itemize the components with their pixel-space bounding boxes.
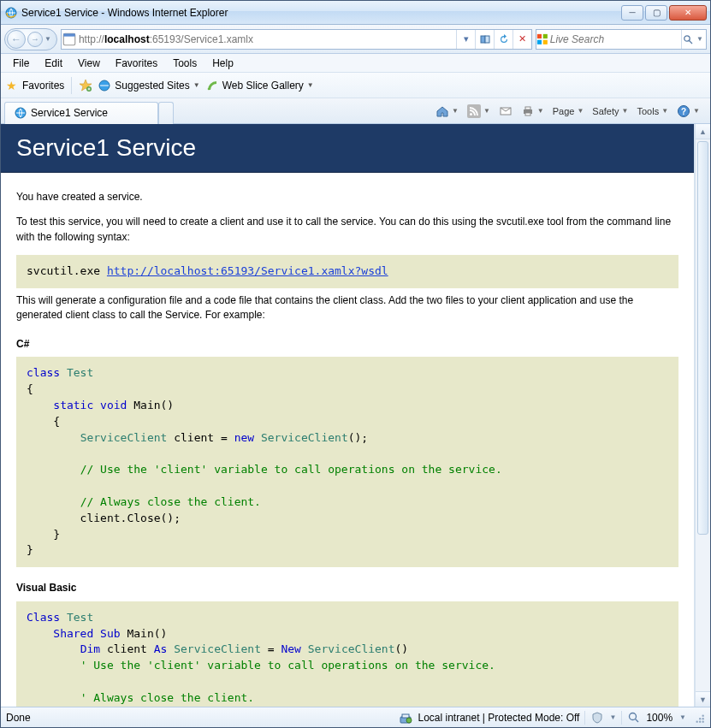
svg-rect-21 xyxy=(525,113,530,115)
svcutil-command-box: svcutil.exe http://localhost:65193/Servi… xyxy=(16,255,678,288)
maximize-button[interactable]: ▢ xyxy=(645,5,667,21)
vb-label: Visual Basic xyxy=(16,581,678,595)
svg-point-30 xyxy=(699,720,701,722)
zone-icon xyxy=(399,711,412,725)
svg-point-17 xyxy=(470,113,472,115)
svg-point-34 xyxy=(702,714,704,716)
svg-rect-25 xyxy=(402,714,409,718)
search-input[interactable] xyxy=(548,31,681,48)
menu-favorites[interactable]: Favorites xyxy=(109,56,164,71)
recent-pages-dropdown[interactable]: ▼ xyxy=(44,35,51,43)
titlebar: Service1 Service - Windows Internet Expl… xyxy=(1,1,710,25)
address-bar[interactable]: http://localhost:65193/Service1.xamlx ▾ … xyxy=(61,29,532,50)
page-title: Service1 Service xyxy=(1,124,694,173)
feeds-button[interactable]: ▼ xyxy=(464,103,494,120)
compat-view-button[interactable] xyxy=(475,30,494,49)
vb-code: Class Test Shared Sub Main() Dim client … xyxy=(16,601,678,707)
add-fav-icon[interactable] xyxy=(79,79,92,92)
svg-point-27 xyxy=(630,713,637,719)
wsdl-link[interactable]: http://localhost:65193/Service1.xamlx?ws… xyxy=(107,264,388,277)
protected-mode-icon[interactable] xyxy=(590,711,604,725)
new-tab-button[interactable] xyxy=(158,102,174,124)
csharp-label: C# xyxy=(16,337,678,352)
svg-rect-3 xyxy=(481,36,485,43)
vertical-scrollbar[interactable]: ▲ ▼ xyxy=(695,124,710,707)
search-box[interactable]: ▼ xyxy=(536,29,707,50)
tab-title: Service1 Service xyxy=(31,107,108,119)
status-text: Done xyxy=(6,712,31,724)
svg-rect-2 xyxy=(63,33,75,36)
protected-mode-dropdown[interactable]: ▼ xyxy=(609,713,616,721)
svg-point-33 xyxy=(699,718,701,719)
status-bar: Done Local intranet | Protected Mode: Of… xyxy=(1,707,710,727)
home-button[interactable]: ▼ xyxy=(432,103,462,120)
refresh-button[interactable] xyxy=(494,30,513,49)
menu-file[interactable]: File xyxy=(6,56,36,71)
ie-icon xyxy=(98,79,111,92)
intro-text-1: You have created a service. xyxy=(16,190,678,204)
scroll-track[interactable] xyxy=(696,536,710,691)
svg-text:?: ? xyxy=(681,107,686,116)
ie-icon xyxy=(14,106,27,120)
scroll-up-arrow[interactable]: ▲ xyxy=(696,124,710,139)
home-icon xyxy=(435,104,449,118)
security-zone-text: Local intranet | Protected Mode: Off xyxy=(418,712,579,724)
page-content[interactable]: Service1 Service You have created a serv… xyxy=(1,124,695,707)
favorites-star-icon: ★ xyxy=(6,79,17,92)
minimize-button[interactable]: ─ xyxy=(621,5,643,21)
scroll-thumb[interactable] xyxy=(697,141,708,535)
print-button[interactable]: ▼ xyxy=(518,103,548,120)
help-button[interactable]: ?▼ xyxy=(673,103,703,120)
readmail-button[interactable] xyxy=(495,103,516,120)
ie-icon xyxy=(4,6,18,20)
resize-grip-icon[interactable] xyxy=(693,711,705,725)
svg-rect-7 xyxy=(537,39,542,44)
url-prefix: http:// xyxy=(77,33,104,45)
menu-view[interactable]: View xyxy=(71,56,107,71)
favorites-bar: ★ Favorites Suggested Sites ▼ Web Slice … xyxy=(1,73,710,98)
stop-button[interactable]: ✕ xyxy=(513,30,531,49)
webslice-icon xyxy=(205,79,219,92)
scroll-down-arrow[interactable]: ▼ xyxy=(696,691,710,707)
search-dropdown[interactable]: ▼ xyxy=(694,35,706,43)
menu-help[interactable]: Help xyxy=(205,56,240,71)
search-button[interactable] xyxy=(681,30,694,49)
close-button[interactable]: ✕ xyxy=(669,5,707,21)
safety-menu[interactable]: Safety▼ xyxy=(589,104,631,118)
menu-tools[interactable]: Tools xyxy=(166,56,204,71)
chevron-down-icon: ▼ xyxy=(307,81,314,89)
page-menu[interactable]: Page▼ xyxy=(549,104,588,118)
svg-point-14 xyxy=(207,87,210,90)
menu-bar: File Edit View Favorites Tools Help xyxy=(1,54,710,73)
url-host: localhost xyxy=(104,33,150,45)
tab-command-row: Service1 Service ▼ ▼ ▼ Page▼ Safety▼ Too… xyxy=(1,98,710,124)
web-slice-link[interactable]: Web Slice Gallery ▼ xyxy=(205,79,314,92)
window-buttons: ─ ▢ ✕ xyxy=(621,5,707,21)
rss-icon xyxy=(467,104,481,118)
back-forward-group: ← → ▼ xyxy=(4,28,57,50)
page-icon xyxy=(62,33,77,46)
svg-rect-5 xyxy=(537,33,542,38)
addr-dropdown[interactable]: ▾ xyxy=(456,30,475,49)
zoom-level[interactable]: 100% xyxy=(646,712,672,724)
svg-point-9 xyxy=(684,35,690,40)
tab-service1[interactable]: Service1 Service xyxy=(4,102,158,124)
svg-rect-20 xyxy=(525,107,530,109)
link-text: Web Slice Gallery xyxy=(222,80,304,92)
mail-icon xyxy=(499,104,513,118)
command-bar: ▼ ▼ ▼ Page▼ Safety▼ Tools▼ ?▼ xyxy=(432,103,707,120)
menu-edit[interactable]: Edit xyxy=(38,56,69,71)
forward-button[interactable]: → xyxy=(27,32,43,47)
help-icon: ? xyxy=(677,104,690,118)
svg-rect-16 xyxy=(467,104,481,118)
svg-rect-8 xyxy=(543,39,548,44)
tools-menu[interactable]: Tools▼ xyxy=(633,104,672,118)
svg-rect-6 xyxy=(543,33,548,38)
favorites-label[interactable]: Favorites xyxy=(22,80,64,92)
suggested-sites-link[interactable]: Suggested Sites ▼ xyxy=(98,79,199,92)
svg-point-26 xyxy=(406,718,412,723)
zoom-dropdown[interactable]: ▼ xyxy=(678,713,688,721)
svg-line-10 xyxy=(689,40,692,44)
back-button[interactable]: ← xyxy=(7,30,26,49)
svg-rect-4 xyxy=(485,36,489,43)
